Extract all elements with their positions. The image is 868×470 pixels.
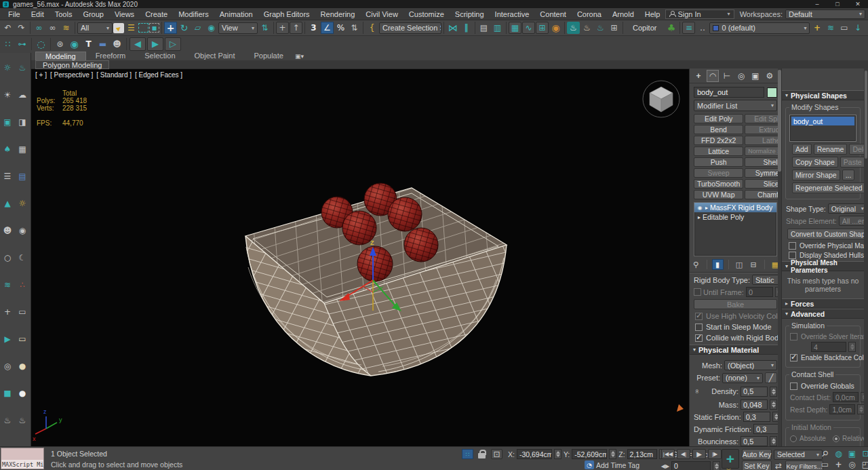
object-color-swatch[interactable] [767, 87, 777, 98]
menu-graph-editors[interactable]: Graph Editors [258, 10, 315, 18]
foliage-icon[interactable] [1, 143, 14, 155]
menu-interactive[interactable]: Interactive [490, 10, 535, 18]
menu-views[interactable]: Views [109, 10, 140, 18]
forces-rollout[interactable]: Forces [782, 298, 864, 309]
isolate-selection-icon[interactable] [462, 449, 473, 459]
override-physical-material-checkbox[interactable] [789, 242, 796, 250]
material-editor-icon[interactable] [549, 22, 562, 34]
tab-modeling[interactable]: Modeling [35, 52, 86, 60]
add-time-tag[interactable]: Add Time Tag [596, 461, 639, 469]
select-objects-in-layer-icon[interactable] [837, 22, 850, 34]
mass-field[interactable]: 0,048 [741, 399, 768, 410]
scene-3d[interactable]: Z x y z [31, 69, 689, 446]
zoom-extents-all-icon[interactable] [860, 448, 868, 459]
clip-box-icon[interactable] [16, 306, 29, 318]
push-button[interactable]: Push [694, 157, 743, 167]
undo-icon[interactable] [1, 22, 14, 34]
backface-collision-checkbox[interactable] [790, 354, 797, 361]
active-layer-dropdown[interactable]: 0 (default) [709, 22, 810, 34]
maximize-viewport-icon[interactable] [860, 459, 868, 470]
menu-modifiers[interactable]: Modifiers [173, 10, 214, 18]
massfx-panel-scrollbar[interactable] [864, 68, 868, 446]
use-pivot-point-center-icon[interactable] [258, 22, 271, 34]
woven-teapot-icon[interactable] [16, 414, 29, 427]
remove-modifier-icon[interactable] [748, 259, 760, 270]
stack-item-massfx[interactable]: ▸ MassFX Rigid Body [694, 203, 776, 212]
orbit-icon[interactable] [846, 459, 858, 470]
mirror-shape-button[interactable]: Mirror Shape [792, 170, 840, 180]
wireframe-bowl[interactable] [245, 188, 507, 376]
plugin-tree-icon[interactable] [665, 22, 677, 34]
close-button[interactable]: ✕ [848, 0, 868, 8]
edit-named-selection-sets-icon[interactable] [366, 22, 378, 34]
curve-editor-icon[interactable] [522, 22, 535, 34]
terrain-icon[interactable] [1, 197, 14, 210]
play-icon[interactable]: ▶ [692, 449, 706, 459]
expand-arrow-icon[interactable]: ▸ [698, 214, 701, 220]
density-field[interactable]: 0,5 [741, 387, 768, 397]
panel-next-icon[interactable] [165, 37, 181, 51]
layer-quick-toggles-icon[interactable] [696, 22, 709, 34]
render-setup-icon[interactable] [567, 22, 580, 34]
override-globals-checkbox[interactable] [790, 383, 797, 390]
panel-play-icon[interactable] [147, 37, 163, 51]
bind-to-space-warp-icon[interactable] [60, 22, 73, 34]
until-frame-checkbox[interactable] [694, 288, 701, 296]
solver-iterations-field[interactable]: 4 [811, 342, 846, 352]
modify-tab-icon[interactable]: ◠ [707, 70, 719, 82]
pan-icon[interactable] [833, 459, 844, 470]
schematic-view-icon[interactable] [536, 22, 549, 34]
rectangular-selection-region-icon[interactable] [138, 23, 149, 33]
auto-key-button[interactable]: Auto Key [742, 449, 772, 460]
regenerate-selected-button[interactable]: Regenerate Selected [792, 182, 866, 193]
bounciness-spinner[interactable] [770, 436, 777, 446]
static-friction-field[interactable]: 0,3 [743, 412, 770, 422]
viewport-pov-menu[interactable]: [ Perspective ] [50, 71, 93, 79]
display-tab-icon[interactable]: ▣ [749, 70, 762, 82]
key-mode-toggle-icon[interactable] [774, 460, 783, 470]
density-spinner[interactable] [770, 387, 777, 397]
pin-stack-icon[interactable] [690, 259, 702, 270]
spinner-snap-icon[interactable] [348, 22, 361, 34]
spreadsheet-icon[interactable] [16, 143, 29, 155]
angle-snap-icon[interactable] [321, 22, 334, 34]
workspace-dropdown[interactable]: Default [785, 9, 865, 19]
web-help-icon[interactable] [54, 38, 66, 50]
minimize-button[interactable]: – [807, 0, 827, 8]
rename-shape-button[interactable]: Rename [814, 144, 848, 155]
unlink-selection-icon[interactable] [46, 22, 59, 34]
turbosmooth-button[interactable]: TurboSmooth [694, 179, 743, 189]
solver-iterations-spinner[interactable] [848, 342, 856, 352]
moon-shader-icon[interactable] [16, 252, 29, 264]
teapot-outline-icon[interactable] [1, 414, 14, 427]
mirror-icon[interactable] [446, 22, 459, 34]
polygon-modeling-panel-tab[interactable]: Polygon Modeling [35, 60, 109, 69]
scrollbar-thumb[interactable] [865, 71, 867, 159]
shape-list-item[interactable]: body_out [791, 117, 854, 125]
set-key-button[interactable]: Set Key [742, 461, 772, 470]
scene-explorer-icon[interactable] [491, 22, 504, 34]
tab-selection[interactable]: Selection [135, 52, 184, 60]
until-frame-field[interactable]: 0 [746, 287, 773, 297]
edit-poly-button[interactable]: Edit Poly [694, 114, 743, 123]
show-end-result-icon[interactable] [712, 259, 724, 270]
mirror-options-button[interactable]: ... [842, 170, 855, 180]
mass-spinner[interactable] [770, 399, 777, 410]
keyboard-shortcut-override-icon[interactable] [290, 22, 302, 34]
light-lister-icon[interactable] [16, 197, 29, 210]
set-current-layer-icon[interactable] [851, 22, 864, 34]
menu-animation[interactable]: Animation [214, 10, 258, 18]
mesh-dropdown[interactable]: (Object) [724, 360, 777, 370]
copitor-button[interactable]: Copitor [625, 22, 664, 34]
film-camera-icon[interactable] [1, 360, 14, 372]
zoom-region-icon[interactable] [819, 459, 831, 470]
ring-tool-icon[interactable] [1, 252, 14, 264]
coord-x-field[interactable]: -30,694cm [517, 449, 552, 459]
sweep-button[interactable]: Sweep [694, 168, 743, 178]
make-unique-icon[interactable] [734, 259, 745, 270]
panel-previous-icon[interactable] [130, 37, 146, 51]
maxscript-mini-listener[interactable]: MAXScript Mi [1, 448, 44, 469]
lattice-button[interactable]: Lattice [694, 146, 743, 156]
menu-help[interactable]: Help [639, 10, 666, 18]
contact-dist-field[interactable]: 0,0cm [833, 392, 859, 402]
